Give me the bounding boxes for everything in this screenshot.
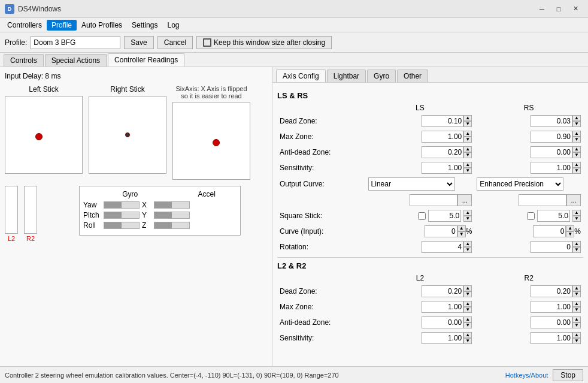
ls-dead-zone-down[interactable]: ▼ [463,121,472,127]
tab-controls[interactable]: Controls [4,54,44,67]
ls-square-stick-up[interactable]: ▲ [463,210,472,216]
right-tab-lightbar[interactable]: Lightbar [327,70,366,82]
tab-special-actions[interactable]: Special Actions [45,54,107,67]
ls-curve-input[interactable] [425,225,457,237]
ls-anti-dead-zone-up[interactable]: ▲ [463,146,472,152]
rs-max-zone-up[interactable]: ▲ [572,131,581,137]
right-tab-gyro[interactable]: Gyro [367,70,396,82]
r2-dead-zone-up[interactable]: ▲ [572,285,581,291]
ls-rotation-up[interactable]: ▲ [463,241,472,247]
rs-square-stick-input[interactable] [537,210,570,222]
save-button[interactable]: Save [124,36,153,49]
ls-rotation-input[interactable] [422,241,463,253]
rs-max-zone-input[interactable] [531,131,572,143]
ls-dead-zone-up[interactable]: ▲ [463,115,472,121]
r2-anti-dead-zone-up[interactable]: ▲ [572,316,581,322]
ls-custom-curve-input[interactable] [410,194,457,206]
l2-sensitivity-up[interactable]: ▲ [463,332,472,338]
ls-max-zone-down[interactable]: ▼ [463,137,472,143]
rs-max-zone-down[interactable]: ▼ [572,137,581,143]
rs-curve-up[interactable]: ▲ [566,225,574,231]
r2-max-zone-input[interactable] [531,301,572,313]
profile-name-input[interactable] [31,36,120,49]
menu-settings[interactable]: Settings [127,20,162,31]
rs-rotation-input[interactable] [531,241,572,253]
rs-custom-curve-input[interactable] [519,194,566,206]
l2-anti-dead-zone-input[interactable] [422,316,463,328]
menu-log[interactable]: Log [162,20,184,31]
rs-output-curve-select[interactable]: Linear Enhanced Precision Quadratic Cubi… [477,177,563,191]
r2-anti-dead-zone-input[interactable] [531,316,572,328]
ls-dead-zone-input[interactable] [422,115,463,127]
r2-max-zone-down[interactable]: ▼ [572,307,581,313]
rs-anti-dead-zone-down[interactable]: ▼ [572,152,581,158]
menu-profile[interactable]: Profile [47,20,77,31]
r2-anti-dead-zone-down[interactable]: ▼ [572,322,581,328]
rs-curve-down[interactable]: ▼ [566,231,574,237]
rs-sensitivity-input[interactable] [531,162,572,174]
r2-sensitivity-input[interactable] [531,332,572,344]
ls-square-stick-checkbox[interactable] [418,212,426,220]
rs-square-stick-checkbox[interactable] [527,212,535,220]
right-tabs: Axis Config Lightbar Gyro Other [272,67,588,83]
l2-dead-zone-up[interactable]: ▲ [463,285,472,291]
r2-dead-zone-down[interactable]: ▼ [572,291,581,297]
ls-sensitivity-down[interactable]: ▼ [463,168,472,174]
tab-controller-readings[interactable]: Controller Readings [108,53,184,67]
ls-anti-dead-zone-input[interactable] [422,146,463,158]
l2-dead-zone-input[interactable] [422,285,463,297]
l2-sensitivity-input[interactable] [422,332,463,344]
l2-max-zone-input[interactable] [422,301,463,313]
ls-sensitivity-input[interactable] [422,162,463,174]
rs-dead-zone-input[interactable] [531,115,572,127]
ls-square-stick-down[interactable]: ▼ [463,216,472,222]
rs-sensitivity-up[interactable]: ▲ [572,162,581,168]
gyro-row-pitch: Pitch Y [83,211,237,219]
rs-rotation-up[interactable]: ▲ [572,241,581,247]
roll-accel-slider [154,222,190,229]
right-tab-other[interactable]: Other [397,70,428,82]
ls-curve-up[interactable]: ▲ [457,225,466,231]
rs-dead-zone-down[interactable]: ▼ [572,121,581,127]
ls-output-curve-select[interactable]: Linear Enhanced Precision Quadratic Cubi… [368,177,455,191]
rs-rotation-down[interactable]: ▼ [572,247,581,253]
rs-dead-zone-up[interactable]: ▲ [572,115,581,121]
menu-controllers[interactable]: Controllers [2,20,47,31]
rs-anti-dead-zone-input[interactable] [531,146,572,158]
stop-button[interactable]: Stop [553,369,583,381]
rs-sensitivity-down[interactable]: ▼ [572,168,581,174]
section-divider [277,257,583,258]
right-tab-axis-config[interactable]: Axis Config [276,70,326,82]
ls-square-stick-input[interactable] [428,210,461,222]
rs-square-stick-up[interactable]: ▲ [572,210,581,216]
ls-max-zone-input[interactable] [422,131,463,143]
ls-curve-down[interactable]: ▼ [457,231,466,237]
maximize-button[interactable]: □ [551,3,566,15]
rs-square-stick-down[interactable]: ▼ [572,216,581,222]
keep-size-button[interactable]: Keep this window size after closing [196,36,332,49]
rs-custom-curve-btn[interactable]: ... [566,194,581,206]
ls-custom-curve-btn[interactable]: ... [457,194,472,206]
cancel-button[interactable]: Cancel [157,36,193,49]
l2-anti-dead-zone-down[interactable]: ▼ [463,322,472,328]
r2-dead-zone-input[interactable] [531,285,572,297]
l2-dead-zone-down[interactable]: ▼ [463,291,472,297]
ls-max-zone-up[interactable]: ▲ [463,131,472,137]
l2-sensitivity-down[interactable]: ▼ [463,338,472,344]
menu-auto-profiles[interactable]: Auto Profiles [77,20,127,31]
ls-sensitivity-up[interactable]: ▲ [463,162,472,168]
l2-anti-dead-zone-up[interactable]: ▲ [463,316,472,322]
r2-max-zone-up[interactable]: ▲ [572,301,581,307]
rs-curve-input[interactable] [533,225,566,237]
close-button[interactable]: ✕ [568,3,583,15]
minimize-button[interactable]: ─ [534,3,550,15]
l2-max-zone-up[interactable]: ▲ [463,301,472,307]
ls-rotation-down[interactable]: ▼ [463,247,472,253]
r2-sensitivity-up[interactable]: ▲ [572,332,581,338]
hotkeys-link[interactable]: Hotkeys/About [505,372,548,379]
l2-max-zone-down[interactable]: ▼ [463,307,472,313]
r2-sensitivity-down[interactable]: ▼ [572,338,581,344]
anti-dead-zone-label: Anti-dead Zone: [277,144,366,160]
rs-anti-dead-zone-up[interactable]: ▲ [572,146,581,152]
ls-anti-dead-zone-down[interactable]: ▼ [463,152,472,158]
